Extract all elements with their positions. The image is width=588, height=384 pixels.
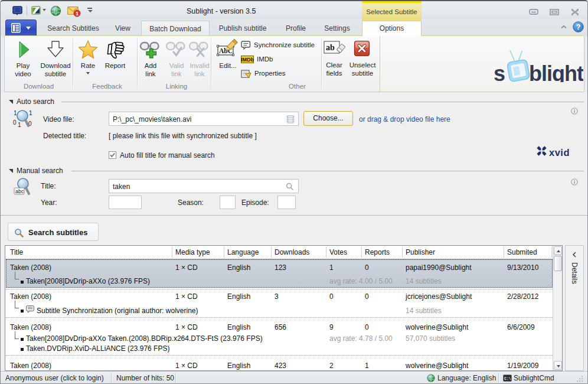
svg-text:blight: blight	[529, 61, 583, 82]
svg-text:1: 1	[18, 122, 21, 128]
svg-text:C:\: C:\	[504, 377, 511, 381]
svg-text:1: 1	[76, 11, 79, 17]
svg-text:xvid: xvid	[549, 147, 570, 158]
svg-text:1: 1	[29, 110, 32, 116]
svg-text:?: ?	[576, 23, 581, 31]
svg-text:1: 1	[14, 110, 17, 116]
svg-text:s: s	[494, 61, 505, 82]
svg-text:ab: ab	[326, 43, 335, 52]
svg-text:0: 0	[13, 119, 17, 126]
svg-text:abc: abc	[15, 188, 24, 194]
svg-text:IMDb: IMDb	[241, 57, 254, 63]
